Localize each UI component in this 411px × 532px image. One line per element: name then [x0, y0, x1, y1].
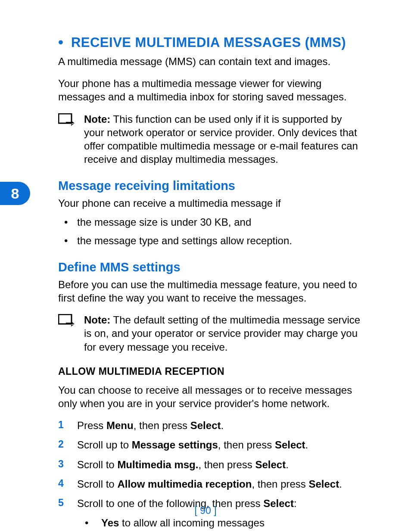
step-item: 4Scroll to Allow multimedia reception, t…	[58, 477, 364, 491]
step-bold: Allow multimedia reception	[117, 478, 252, 490]
limitations-list: the message size is under 30 KB, and the…	[58, 215, 364, 247]
step-text: .	[221, 420, 224, 431]
step-bold: Select	[275, 439, 305, 451]
note-block-2: Note: The default setting of the multime…	[58, 313, 364, 354]
limitations-item: the message size is under 30 KB, and	[58, 215, 364, 229]
intro-paragraph-2: Your phone has a multimedia message view…	[58, 77, 364, 103]
step-subitem: Yes to allow all incoming messages	[77, 516, 364, 529]
step-text: , then press	[218, 439, 275, 451]
define-heading: Define MMS settings	[58, 260, 364, 274]
step-text: , then press	[252, 478, 308, 490]
svg-rect-1	[59, 314, 72, 324]
section-title: RECEIVE MULTIMEDIA MESSAGES (MMS)	[71, 35, 346, 50]
svg-rect-0	[59, 114, 72, 123]
allow-reception-intro: You can choose to receive all messages o…	[58, 383, 364, 410]
note-label: Note:	[84, 113, 110, 125]
step-text: , then press	[198, 459, 255, 470]
step-bold: Select	[255, 459, 286, 470]
step-item: 1Press Menu, then press Select.	[58, 419, 364, 432]
intro-paragraph-1: A multimedia message (MMS) can contain t…	[58, 55, 364, 68]
limitations-item: the message type and settings allow rece…	[58, 234, 364, 247]
step-number: 2	[58, 438, 64, 451]
note-icon	[58, 313, 84, 354]
note-text-2: Note: The default setting of the multime…	[84, 313, 364, 354]
note-body: The default setting of the multimedia me…	[84, 314, 360, 352]
manual-page: 8 • RECEIVE MULTIMEDIA MESSAGES (MMS) A …	[0, 0, 411, 532]
step-item: 2Scroll up to Message settings, then pre…	[58, 438, 364, 451]
step-sub-bold: Yes	[101, 517, 119, 529]
step-bold: Select	[309, 478, 339, 490]
step-text: Press	[77, 420, 106, 431]
step-text: , then press	[134, 420, 190, 431]
step-sublist: Yes to allow all incoming messages	[77, 516, 364, 529]
step-sub-text: to allow all incoming messages	[119, 517, 265, 529]
note-label: Note:	[84, 314, 110, 326]
step-text: Scroll to	[77, 459, 117, 470]
step-number: 3	[58, 458, 64, 471]
note-text-1: Note: This function can be used only if …	[84, 112, 364, 166]
define-intro: Before you can use the multimedia messag…	[58, 278, 364, 305]
limitations-heading: Message receiving limitations	[58, 179, 364, 193]
section-bullet: •	[58, 34, 63, 49]
note-body: This function can be used only if it is …	[84, 113, 358, 165]
step-bold: Menu	[106, 420, 134, 431]
note-icon	[58, 112, 84, 166]
page-number-bracket: ]	[211, 505, 217, 516]
step-text: Scroll to	[77, 478, 117, 490]
step-text: .	[286, 459, 289, 470]
step-text: Scroll up to	[77, 439, 132, 451]
step-item: 3Scroll to Multimedia msg., then press S…	[58, 458, 364, 471]
step-text: .	[305, 439, 308, 451]
step-bold: Select	[190, 420, 221, 431]
limitations-intro: Your phone can receive a multimedia mess…	[58, 196, 364, 210]
note-block-1: Note: This function can be used only if …	[58, 112, 364, 166]
step-number: 4	[58, 477, 64, 490]
step-bold: Multimedia msg.	[117, 459, 198, 470]
step-number: 1	[58, 419, 64, 432]
chapter-tab: 8	[0, 182, 30, 205]
page-number: [ 90 ]	[0, 505, 411, 516]
step-bold: Message settings	[132, 439, 218, 451]
page-number-value: 90	[200, 505, 211, 516]
page-number-bracket: [	[194, 505, 200, 516]
section-heading-row: • RECEIVE MULTIMEDIA MESSAGES (MMS)	[58, 34, 364, 50]
step-text: .	[339, 478, 342, 490]
allow-reception-heading: ALLOW MULTIMEDIA RECEPTION	[58, 366, 364, 377]
